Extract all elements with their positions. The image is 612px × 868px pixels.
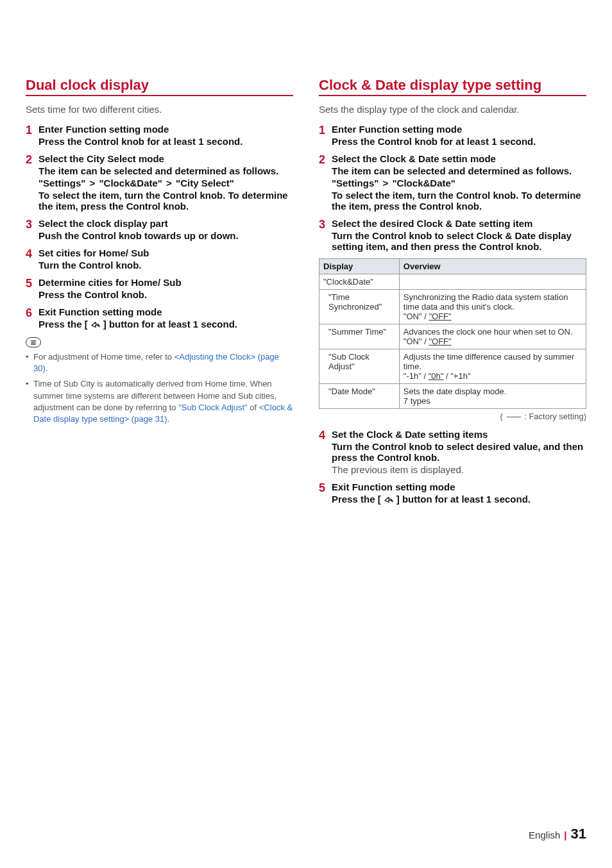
table-row: "Sub Clock Adjust"Adjusts the time diffe…: [319, 349, 586, 384]
step: 2Select the City Select modeThe item can…: [26, 153, 293, 212]
step-title: Set the Clock & Date setting items: [332, 429, 586, 440]
step-title: Set cities for Home/ Sub: [38, 247, 293, 258]
step-title: Select the clock display part: [38, 218, 293, 229]
step: 3Select the desired Clock & Date setting…: [319, 218, 586, 252]
step-number: 1: [26, 124, 38, 147]
note-icon: [26, 336, 293, 351]
step-title: Exit Function setting mode: [38, 306, 293, 317]
step-text: Press the Control knob for at least 1 se…: [332, 136, 586, 147]
return-icon: [90, 319, 101, 328]
step-number: 1: [319, 124, 332, 147]
step-text: Press the [ ] button for at least 1 seco…: [38, 319, 293, 330]
step-number: 4: [26, 247, 38, 271]
step-text: The item can be selected and determined …: [332, 165, 586, 176]
overview-cell: Sets the date display mode.7 types: [399, 384, 586, 409]
group-overview: [399, 274, 586, 290]
footer-sep: |: [560, 830, 570, 840]
step-number: 4: [319, 429, 332, 475]
step: 3Select the clock display partPush the C…: [26, 218, 293, 241]
note1-pre: For adjustment of Home time, refer to: [33, 352, 174, 362]
left-notes: For adjustment of Home time, refer to <A…: [26, 351, 293, 425]
step-text: Turn the Control knob.: [38, 260, 293, 271]
overview-cell: Synchronizing the Radio data system stat…: [399, 290, 586, 324]
step-text: Press the [ ] button for at least 1 seco…: [332, 494, 586, 505]
note2-post: .: [167, 414, 170, 424]
step-number: 3: [26, 218, 38, 241]
display-cell: "Summer Time": [319, 324, 400, 349]
right-rule: [319, 95, 586, 96]
left-intro: Sets time for two different cities.: [26, 104, 293, 115]
page-footer: English|31: [26, 826, 586, 842]
display-cell: "Time Synchronized": [319, 290, 400, 324]
step-number: 2: [26, 153, 38, 212]
step-path: "Settings" > "Clock&Date": [332, 178, 586, 188]
step-text: Turn the Control knob to select Clock & …: [332, 230, 586, 252]
overview-cell: Advances the clock one hour when set to …: [399, 324, 586, 349]
step-text: Press the Control knob for at least 1 se…: [38, 136, 293, 147]
step-title: Enter Function setting mode: [38, 124, 293, 135]
step-number: 5: [319, 481, 332, 505]
footer-page: 31: [571, 826, 586, 842]
table-row: "Time Synchronized"Synchronizing the Rad…: [319, 290, 586, 324]
step: 1Enter Function setting modePress the Co…: [319, 124, 586, 147]
step-number: 2: [319, 153, 332, 212]
step-number: 3: [319, 218, 332, 252]
group-cell: "Clock&Date": [319, 274, 400, 290]
step-text: The item can be selected and determined …: [38, 165, 293, 176]
step-title: Select the Clock & Date settin mode: [332, 153, 586, 164]
th-overview: Overview: [399, 259, 586, 274]
step-plain: The previous item is displayed.: [332, 464, 586, 475]
display-cell: "Sub Clock Adjust": [319, 349, 400, 384]
display-cell: "Date Mode": [319, 384, 400, 409]
note2-link1[interactable]: "Sub Clock Adjust": [178, 403, 248, 412]
step-text: To select the item, turn the Control kno…: [38, 190, 293, 212]
factory-setting-note: ( : Factory setting): [319, 412, 586, 421]
step-text: To select the item, turn the Control kno…: [332, 190, 586, 212]
step-number: 6: [26, 306, 38, 330]
step-text: Push the Control knob towards up or down…: [38, 230, 293, 241]
left-rule: [26, 95, 293, 96]
step-path: "Settings" > "Clock&Date" > "City Select…: [38, 178, 293, 188]
step-title: Select the desired Clock & Date setting …: [332, 218, 586, 229]
step-title: Select the City Select mode: [38, 153, 293, 164]
settings-table: Display Overview "Clock&Date""Time Synch…: [319, 258, 586, 409]
return-icon: [384, 494, 394, 503]
step: 5Exit Function setting modePress the [ ]…: [319, 481, 586, 505]
step: 6Exit Function setting modePress the [ ]…: [26, 306, 293, 330]
step-number: 5: [26, 277, 38, 300]
left-column: Dual clock display Sets time for two dif…: [26, 77, 293, 826]
step-title: Enter Function setting mode: [332, 124, 586, 135]
step: 1Enter Function setting modePress the Co…: [26, 124, 293, 147]
overview-cell: Adjusts the time difference caused by su…: [399, 349, 586, 384]
step: 2Select the Clock & Date settin modeThe …: [319, 153, 586, 212]
table-row: "Summer Time"Advances the clock one hour…: [319, 324, 586, 349]
step-title: Determine cities for Home/ Sub: [38, 277, 293, 288]
footer-lang: English: [529, 830, 560, 840]
step-text: Press the Control knob.: [38, 289, 293, 300]
step: 4Set cities for Home/ SubTurn the Contro…: [26, 247, 293, 271]
step-title: Exit Function setting mode: [332, 481, 586, 492]
right-column: Clock & Date display type setting Sets t…: [319, 77, 586, 826]
left-heading: Dual clock display: [26, 77, 293, 94]
right-heading: Clock & Date display type setting: [319, 77, 586, 94]
step: 4Set the Clock & Date setting itemsTurn …: [319, 429, 586, 475]
table-row: "Date Mode"Sets the date display mode.7 …: [319, 384, 586, 409]
step: 5Determine cities for Home/ SubPress the…: [26, 277, 293, 300]
th-display: Display: [319, 259, 400, 274]
note2-mid: of: [248, 403, 259, 412]
note1-post: .: [46, 363, 48, 373]
step-text: Turn the Control knob to select desired …: [332, 441, 586, 463]
right-intro: Sets the display type of the clock and c…: [319, 104, 586, 115]
